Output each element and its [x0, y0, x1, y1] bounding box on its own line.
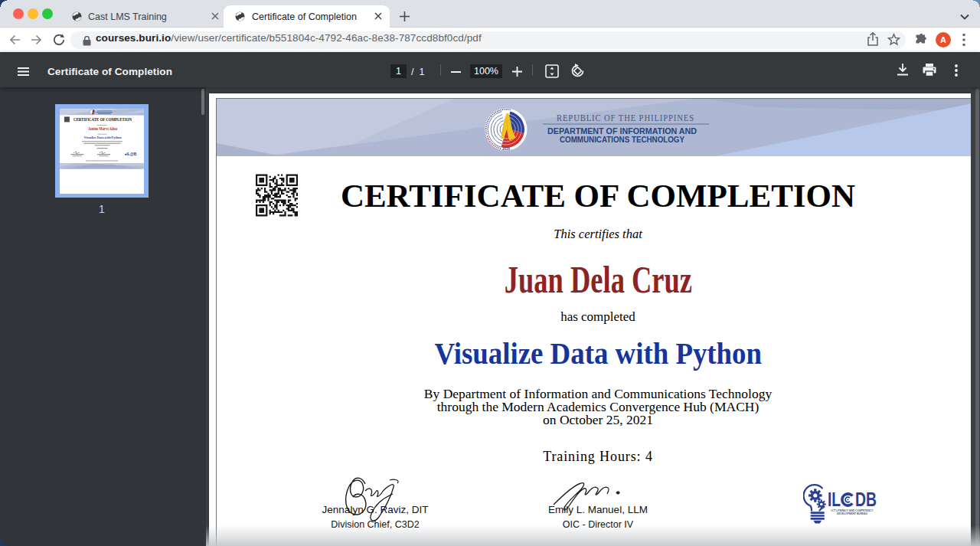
svg-text:DB: DB	[855, 489, 877, 510]
svg-text:CERTIFICATE OF COMPLETION: CERTIFICATE OF COMPLETION	[74, 116, 132, 122]
svg-text:DEVELOPMENT BUREAU: DEVELOPMENT BUREAU	[837, 512, 868, 515]
svg-text:REPUBLIC OF THE PHILIPPINES: REPUBLIC OF THE PHILIPPINES	[557, 113, 694, 123]
svg-text:Visualize Data with Python: Visualize Data with Python	[84, 136, 122, 139]
svg-text:●IL@B: ●IL@B	[125, 152, 137, 156]
svg-text:Janine Marvi Adea: Janine Marvi Adea	[88, 126, 117, 131]
svg-text:· 2016 ·: · 2016 ·	[500, 147, 512, 151]
svg-text:COMMUNICATIONS TECHNOLOGY: COMMUNICATIONS TECHNOLOGY	[560, 135, 684, 144]
svg-text:ICT LITERACY AND COMPETENCY: ICT LITERACY AND COMPETENCY	[831, 509, 874, 512]
svg-text:IL: IL	[828, 489, 841, 510]
